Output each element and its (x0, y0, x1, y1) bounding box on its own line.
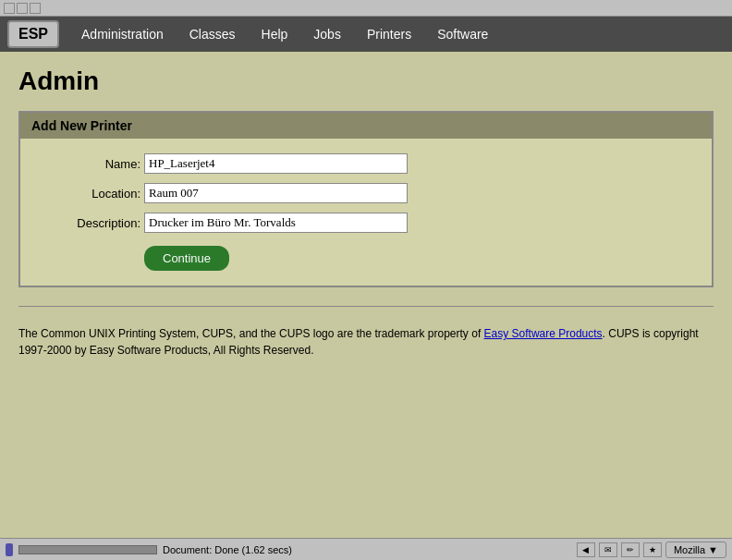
close-btn[interactable] (30, 3, 41, 14)
mozilla-label: Mozilla (674, 544, 705, 555)
nav-help[interactable]: Help (249, 21, 301, 47)
title-bar (0, 0, 732, 17)
maximize-btn[interactable] (17, 3, 28, 14)
name-input[interactable] (144, 153, 408, 174)
nav-software[interactable]: Software (424, 21, 501, 47)
esp-logo: ESP (7, 20, 59, 48)
location-row: Location: (39, 183, 693, 203)
nav-classes[interactable]: Classes (177, 21, 249, 47)
bottom-icons: ◀ ✉ ✏ ★ Mozilla ▼ (577, 542, 726, 558)
status-text: Document: Done (1.62 secs) (163, 544, 292, 555)
icon-edit[interactable]: ✏ (621, 542, 640, 557)
easy-software-link[interactable]: Easy Software Products (484, 327, 603, 340)
footer-text-before: The Common UNIX Printing System, CUPS, a… (18, 327, 484, 340)
description-row: Description: (39, 213, 693, 233)
panel-body: Name: Location: Description: Continue (20, 139, 712, 286)
page-title: Admin (18, 67, 714, 96)
footer-text: The Common UNIX Printing System, CUPS, a… (18, 325, 714, 359)
bottom-bar: Document: Done (1.62 secs) ◀ ✉ ✏ ★ Mozil… (0, 538, 732, 560)
continue-button[interactable]: Continue (144, 246, 229, 271)
mozilla-button[interactable]: Mozilla ▼ (665, 542, 726, 558)
nav-jobs[interactable]: Jobs (300, 21, 354, 47)
status-left: Document: Done (1.62 secs) (6, 543, 292, 556)
icon-mail[interactable]: ✉ (599, 542, 617, 557)
minimize-btn[interactable] (4, 3, 15, 14)
left-indicator (6, 543, 13, 556)
nav-administration[interactable]: Administration (68, 21, 177, 47)
name-label: Name: (39, 157, 140, 171)
main-content: Admin Add New Printer Name: Location: De… (0, 52, 732, 538)
progress-bar (18, 545, 157, 554)
divider (18, 306, 714, 307)
description-label: Description: (39, 216, 140, 230)
continue-row: Continue (39, 242, 693, 271)
mozilla-dropdown-icon: ▼ (708, 544, 718, 555)
location-input[interactable] (144, 183, 408, 203)
location-label: Location: (39, 187, 140, 201)
add-printer-panel: Add New Printer Name: Location: Descript… (18, 111, 714, 287)
name-row: Name: (39, 153, 693, 174)
panel-header: Add New Printer (20, 113, 712, 139)
icon-bookmark[interactable]: ★ (643, 542, 662, 557)
icon-back[interactable]: ◀ (577, 542, 595, 557)
description-input[interactable] (144, 213, 408, 233)
nav-bar: ESP Administration Classes Help Jobs Pri… (0, 17, 732, 52)
nav-printers[interactable]: Printers (354, 21, 424, 47)
